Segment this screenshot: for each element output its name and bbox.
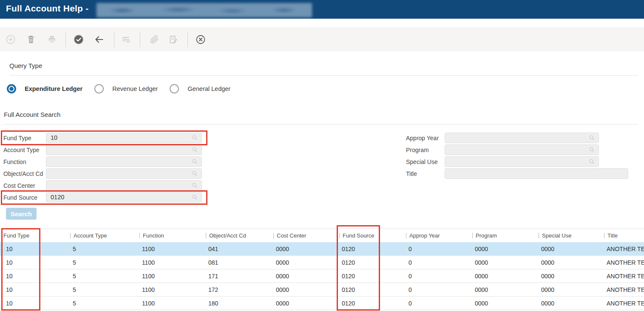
table-row[interactable]: 105110017200000120000000000ANOTHER TES [0, 283, 644, 297]
field-label-fund-source: Fund Source [3, 194, 46, 201]
query-type-options: Expenditure LedgerRevenue LedgerGeneral … [7, 84, 242, 93]
program-input[interactable] [445, 144, 599, 155]
cell-fund-source: 0120 [336, 273, 403, 280]
column-header-label: Function [143, 232, 164, 239]
close-button[interactable] [196, 34, 206, 45]
function-input[interactable] [46, 156, 202, 167]
column-separator [206, 233, 206, 238]
field-label-cost-center: Cost Center [3, 182, 46, 189]
column-header-label: Fund Source [343, 232, 374, 239]
cell-object-acct-cd: 041 [202, 246, 270, 252]
cell-fund-type: 10 [0, 246, 67, 252]
field-label-fund-type: Fund Type [3, 135, 46, 141]
column-separator [339, 233, 340, 238]
account-type-input[interactable] [46, 144, 202, 155]
cell-title: ANOTHER TES [601, 286, 644, 293]
field-row-account-type: Account Type [3, 144, 202, 155]
cell-fund-type: 10 [0, 286, 67, 293]
cell-fund-source: 0120 [336, 300, 403, 307]
cell-special-use: 0000 [535, 273, 601, 280]
search-form-right-column: Approp YearProgramSpecial UseTitle [406, 133, 628, 180]
table-row[interactable]: 105110008100000120000000000ANOTHER TES [0, 256, 644, 269]
column-header-fund-source: Fund Source [336, 232, 403, 239]
lookup-magnifier-icon[interactable] [191, 158, 199, 165]
title-input[interactable] [445, 168, 628, 179]
column-header-cost-center: Cost Center [270, 232, 336, 239]
object-acct-cd-input[interactable] [46, 168, 202, 179]
field-row-fund-type: Fund Type10 [3, 133, 202, 143]
lookup-magnifier-icon[interactable] [191, 182, 199, 189]
cell-title: ANOTHER TES [601, 273, 644, 280]
radio-selected-icon[interactable] [7, 84, 16, 93]
field-label-approp-year: Approp Year [406, 135, 445, 141]
column-header-label: Cost Center [277, 232, 306, 239]
cell-special-use: 0000 [535, 300, 601, 307]
lookup-magnifier-icon[interactable] [191, 134, 199, 141]
column-header-program: Program [469, 232, 535, 239]
results-table-header: Fund TypeAccount TypeFunctionObject/Acct… [0, 229, 644, 242]
cell-cost-center: 0000 [270, 273, 336, 280]
fund-source-input[interactable]: 0120 [46, 192, 202, 203]
cell-function: 1100 [136, 300, 202, 307]
cost-center-input[interactable] [46, 180, 202, 191]
radio-option-revenue-ledger[interactable]: Revenue Ledger [94, 84, 158, 93]
redacted-account-text [96, 3, 312, 17]
fund-type-input[interactable]: 10 [46, 133, 202, 143]
cell-cost-center: 0000 [270, 286, 336, 293]
column-header-special-use: Special Use [535, 232, 601, 239]
column-header-approp-year: Approp Year [403, 232, 469, 239]
cell-program: 0000 [469, 259, 535, 266]
clear-filter-button[interactable] [121, 34, 131, 45]
radio-unselected-icon[interactable] [170, 84, 179, 93]
cell-function: 1100 [136, 286, 202, 293]
column-header-fund-type: Fund Type [0, 232, 67, 239]
column-header-label: Fund Type [3, 232, 29, 239]
printer-icon [47, 34, 57, 45]
radio-option-general-ledger[interactable]: General Ledger [170, 84, 230, 93]
radio-option-expenditure-ledger[interactable]: Expenditure Ledger [7, 84, 82, 93]
cell-function: 1100 [136, 273, 202, 280]
table-row[interactable]: 105110018000000120000000000ANOTHER TES [0, 297, 644, 310]
cell-title: ANOTHER TES [601, 246, 644, 252]
section-divider [9, 75, 638, 76]
back-button[interactable] [94, 34, 104, 45]
radio-unselected-icon[interactable] [94, 84, 104, 93]
cell-object-acct-cd: 171 [202, 273, 270, 280]
attach-button[interactable] [149, 34, 159, 45]
lookup-magnifier-icon[interactable] [588, 158, 596, 165]
radio-option-label: General Ledger [187, 85, 230, 92]
cell-account-type: 5 [67, 259, 136, 266]
special-use-input[interactable] [445, 156, 599, 167]
column-header-function: Function [136, 232, 202, 239]
confirm-button[interactable] [74, 34, 84, 45]
cell-program: 0000 [469, 273, 535, 280]
lookup-magnifier-icon[interactable] [191, 170, 199, 177]
approp-year-input[interactable] [445, 133, 599, 143]
add-button[interactable] [6, 34, 16, 45]
cell-account-type: 5 [67, 300, 136, 307]
lookup-magnifier-icon[interactable] [191, 146, 199, 153]
field-value: 10 [51, 134, 57, 141]
field-label-function: Function [3, 158, 46, 165]
field-label-program: Program [406, 147, 445, 153]
field-label-object-acct-cd: Object/Acct Cd [3, 170, 46, 177]
plus-circle-icon [6, 34, 16, 45]
cell-approp-year: 0 [403, 246, 469, 252]
print-button[interactable] [47, 34, 57, 45]
window-title: Full Account Help - [6, 3, 88, 14]
lookup-magnifier-icon[interactable] [588, 146, 596, 153]
field-label-account-type: Account Type [3, 147, 46, 153]
table-row[interactable]: 105110017100000120000000000ANOTHER TES [0, 269, 644, 283]
trash-icon [26, 34, 36, 45]
column-header-title: Title [601, 232, 644, 239]
column-header-label: Approp Year [409, 232, 440, 239]
cell-account-type: 5 [67, 273, 136, 280]
table-row-selected[interactable]: 105110004100000120000000000ANOTHER TES [0, 242, 644, 256]
cell-account-type: 5 [67, 286, 136, 293]
edit-notes-button[interactable] [168, 34, 179, 45]
lookup-magnifier-icon[interactable] [588, 134, 596, 141]
lookup-magnifier-icon[interactable] [191, 194, 199, 201]
search-button[interactable]: Search [6, 208, 37, 220]
delete-button[interactable] [26, 34, 36, 45]
radio-option-label: Expenditure Ledger [25, 85, 82, 92]
